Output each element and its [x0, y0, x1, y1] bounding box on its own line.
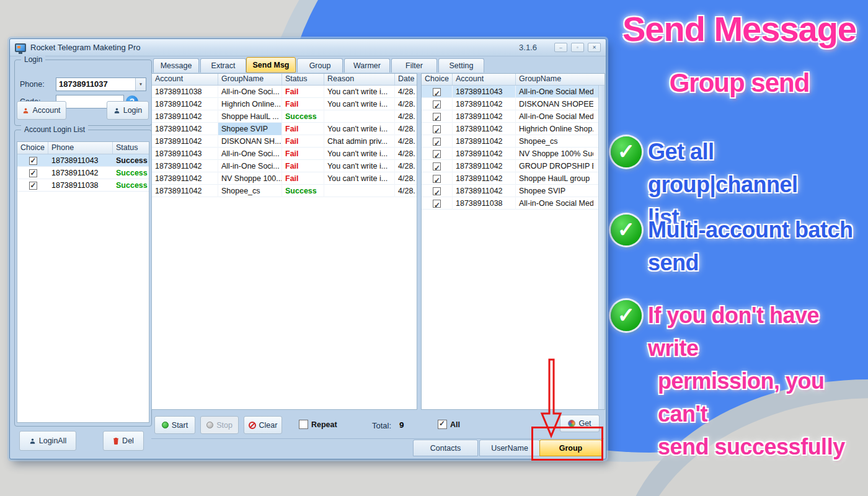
tab-setting[interactable]: Setting: [438, 58, 484, 73]
tab-group[interactable]: Group: [297, 58, 343, 73]
send-result-row[interactable]: 18738911042 Shopee SVIP Fail You can't w…: [152, 123, 417, 135]
cell-groupname: All-in-One Social Med...: [516, 110, 593, 123]
start-button[interactable]: Start: [154, 416, 195, 434]
send-result-row[interactable]: 18738911042 Shopee_cs Success 4/28...: [152, 185, 417, 197]
column-header[interactable]: Choice: [422, 74, 453, 85]
all-label: All: [450, 420, 460, 429]
cell-account: 18738911042: [453, 110, 516, 123]
tab-filter[interactable]: Filter: [391, 58, 437, 73]
vertical-scrollbar[interactable]: [598, 86, 604, 409]
maximize-button[interactable]: ▫: [571, 43, 584, 52]
login-all-label: LoginAll: [39, 436, 66, 445]
row-checkbox[interactable]: [433, 175, 441, 183]
account-table-header: Choice Phone Status: [17, 142, 149, 154]
group-row[interactable]: 18738911038 All-in-One Social Med...: [422, 197, 604, 210]
stop-icon: [206, 422, 213, 428]
login-button[interactable]: Login: [107, 101, 149, 120]
cell-status: Fail: [282, 98, 324, 110]
row-checkbox[interactable]: [29, 157, 37, 165]
cell-reason: [324, 185, 395, 197]
account-row[interactable]: 18738911038 Success: [17, 179, 149, 192]
send-result-row[interactable]: 18738911042 All-in-One Soci... Fail You …: [152, 160, 417, 172]
send-results-table: Account GroupName Status Reason Date 187…: [151, 73, 417, 410]
send-result-row[interactable]: 18738911042 Shoppe HaulL ... Success 4/2…: [152, 110, 417, 123]
column-header[interactable]: GroupName: [516, 74, 593, 85]
account-row[interactable]: 18738911042 Success: [17, 167, 149, 179]
login-all-button[interactable]: LoginAll: [19, 431, 76, 451]
row-checkbox[interactable]: [433, 162, 441, 170]
column-header[interactable]: Account: [453, 74, 516, 85]
login-groupbox: Login Phone: 18738911037 ▾ Code: ? Accou…: [14, 60, 152, 126]
group-row[interactable]: 18738911042 Highrich Online Shop...: [422, 123, 604, 135]
cell-account: 18738911042: [453, 172, 516, 185]
group-row[interactable]: 18738911042 All-in-One Social Med...: [422, 110, 604, 123]
row-checkbox[interactable]: [433, 150, 441, 158]
cell-date: 4/28...: [395, 123, 415, 135]
row-checkbox[interactable]: [433, 113, 441, 121]
account-status: Success: [113, 156, 148, 165]
column-header[interactable]: Date: [395, 74, 415, 85]
all-checkbox[interactable]: [438, 420, 447, 429]
column-header[interactable]: Phone: [48, 142, 113, 154]
send-result-row[interactable]: 18738911042 DISKONAN SH... Fail Chat adm…: [152, 135, 417, 148]
tab-extract[interactable]: Extract: [200, 58, 246, 73]
phone-combobox[interactable]: 18738911037 ▾: [56, 78, 146, 91]
delete-button[interactable]: Del: [103, 431, 144, 451]
all-checkbox-row[interactable]: All: [438, 420, 460, 429]
chevron-down-icon[interactable]: ▾: [135, 78, 146, 91]
column-header[interactable]: Account: [152, 74, 218, 85]
cell-account: 18738911042: [453, 135, 516, 148]
cell-account: 18738911042: [152, 160, 218, 172]
group-row[interactable]: 18738911042 Shopee_cs: [422, 135, 604, 148]
row-checkbox[interactable]: [433, 138, 441, 146]
version-label: 3.1.6: [519, 43, 537, 52]
group-row[interactable]: 18738911042 Shopee SVIP: [422, 185, 604, 197]
account-row[interactable]: 18738911043 Success: [17, 154, 149, 167]
send-result-row[interactable]: 18738911042 Highrich Online... Fail You …: [152, 98, 417, 110]
repeat-checkbox-row[interactable]: Repeat: [299, 420, 337, 429]
group-row[interactable]: 18738911042 NV Shoppe 100% Suc...: [422, 148, 604, 160]
row-checkbox[interactable]: [433, 88, 441, 96]
column-header[interactable]: Reason: [324, 74, 395, 85]
column-header[interactable]: Status: [282, 74, 324, 85]
send-result-row[interactable]: 18738911038 All-in-One Soci... Fail You …: [152, 86, 417, 98]
row-checkbox[interactable]: [433, 200, 441, 208]
cell-groupname: Shopee_cs: [516, 135, 593, 148]
cell-groupname: NV Shoppe 100% Suc...: [516, 148, 593, 160]
tab-warmer[interactable]: Warmer: [344, 58, 390, 73]
account-login-list-groupbox: Account Login List Choice Phone Status 1…: [14, 130, 152, 427]
minimize-button[interactable]: –: [554, 43, 567, 52]
group-row[interactable]: 18738911042 GROUP DROPSHIP EIS...: [422, 160, 604, 172]
clear-button[interactable]: Clear: [244, 416, 282, 434]
column-header[interactable]: GroupName: [218, 74, 282, 85]
cell-status: Fail: [282, 172, 324, 185]
group-row[interactable]: 18738911042 DISKONAN SHOPEE S...: [422, 98, 604, 110]
group-row[interactable]: 18738911042 Shoppe HaulL group: [422, 172, 604, 185]
cell-reason: [324, 110, 395, 123]
stop-button[interactable]: Stop: [200, 416, 239, 434]
repeat-label: Repeat: [311, 420, 337, 429]
tab-contacts[interactable]: Contacts: [413, 440, 478, 456]
cell-groupname: DISKONAN SHOPEE S...: [516, 98, 593, 110]
cell-account: 18738911042: [453, 148, 516, 160]
start-icon: [162, 422, 169, 428]
title-bar[interactable]: Rocket Telegram Maketing Pro 3.1.6 – ▫ ✕: [10, 39, 606, 56]
group-row[interactable]: 18738911043 All-in-One Social Med...: [422, 86, 604, 98]
cell-reason: You can't write i...: [324, 98, 395, 110]
row-checkbox[interactable]: [433, 187, 441, 195]
tab-message[interactable]: Message: [153, 58, 199, 73]
send-result-row[interactable]: 18738911043 All-in-One Soci... Fail You …: [152, 148, 417, 160]
cell-date: 4/28...: [395, 185, 415, 197]
row-checkbox[interactable]: [29, 169, 37, 177]
row-checkbox[interactable]: [29, 182, 37, 190]
column-header[interactable]: Status: [113, 142, 148, 154]
account-button[interactable]: Account: [17, 101, 66, 120]
repeat-checkbox[interactable]: [299, 420, 308, 429]
row-checkbox[interactable]: [433, 100, 441, 108]
tab-send-msg[interactable]: Send Msg: [246, 57, 296, 73]
close-button[interactable]: ✕: [588, 43, 601, 52]
account-login-table: Choice Phone Status 18738911043 Success …: [17, 141, 149, 423]
column-header[interactable]: Choice: [17, 142, 48, 154]
row-checkbox[interactable]: [433, 125, 441, 133]
send-result-row[interactable]: 18738911042 NV Shoppe 100... Fail You ca…: [152, 172, 417, 185]
